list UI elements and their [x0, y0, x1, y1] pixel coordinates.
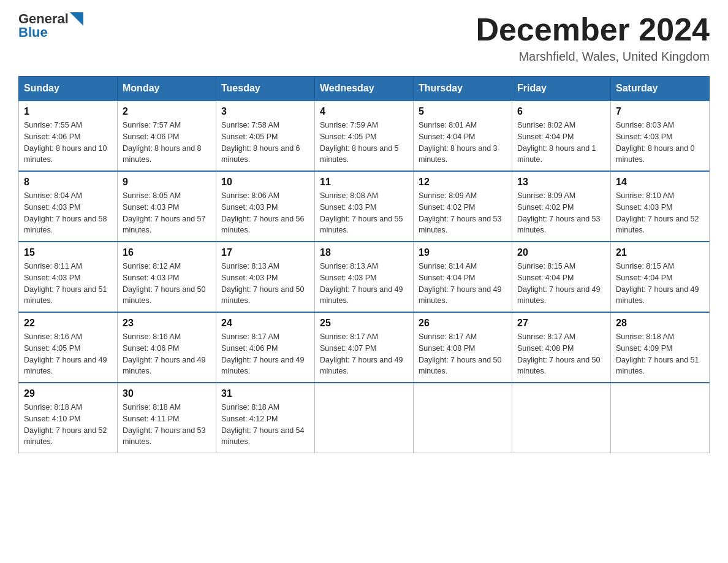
calendar-day-cell: 13Sunrise: 8:09 AMSunset: 4:02 PMDayligh… — [512, 171, 611, 242]
day-number: 27 — [517, 318, 605, 329]
day-number: 24 — [221, 318, 309, 329]
day-info: Sunrise: 8:18 AMSunset: 4:12 PMDaylight:… — [221, 402, 309, 448]
day-of-week-header: Monday — [118, 77, 216, 101]
day-number: 30 — [123, 388, 211, 399]
calendar-day-cell: 29Sunrise: 8:18 AMSunset: 4:10 PMDayligh… — [19, 383, 118, 453]
day-number: 29 — [24, 388, 112, 399]
day-info: Sunrise: 8:10 AMSunset: 4:03 PMDaylight:… — [616, 190, 704, 236]
day-info: Sunrise: 8:16 AMSunset: 4:06 PMDaylight:… — [123, 331, 211, 377]
calendar-day-cell: 5Sunrise: 8:01 AMSunset: 4:04 PMDaylight… — [414, 101, 512, 171]
day-number: 28 — [616, 318, 704, 329]
day-number: 18 — [320, 247, 408, 258]
day-number: 26 — [419, 318, 507, 329]
day-number: 1 — [24, 106, 112, 117]
calendar-day-cell: 11Sunrise: 8:08 AMSunset: 4:03 PMDayligh… — [315, 171, 414, 242]
calendar-day-cell: 21Sunrise: 8:15 AMSunset: 4:04 PMDayligh… — [611, 242, 710, 312]
day-info: Sunrise: 8:11 AMSunset: 4:03 PMDaylight:… — [24, 261, 112, 307]
calendar-day-cell: 24Sunrise: 8:17 AMSunset: 4:06 PMDayligh… — [216, 312, 315, 383]
day-info: Sunrise: 8:05 AMSunset: 4:03 PMDaylight:… — [123, 190, 211, 236]
day-info: Sunrise: 8:04 AMSunset: 4:03 PMDaylight:… — [24, 190, 112, 236]
calendar-day-cell: 16Sunrise: 8:12 AMSunset: 4:03 PMDayligh… — [118, 242, 216, 312]
title-section: December 2024 Marshfield, Wales, United … — [476, 12, 710, 64]
day-number: 3 — [221, 106, 309, 117]
day-number: 9 — [123, 177, 211, 188]
calendar-week-row: 1Sunrise: 7:55 AMSunset: 4:06 PMDaylight… — [19, 101, 710, 171]
day-number: 25 — [320, 318, 408, 329]
day-info: Sunrise: 8:01 AMSunset: 4:04 PMDaylight:… — [419, 120, 507, 166]
calendar-day-cell: 14Sunrise: 8:10 AMSunset: 4:03 PMDayligh… — [611, 171, 710, 242]
calendar-day-cell: 2Sunrise: 7:57 AMSunset: 4:06 PMDaylight… — [118, 101, 216, 171]
calendar-week-row: 29Sunrise: 8:18 AMSunset: 4:10 PMDayligh… — [19, 383, 710, 453]
day-info: Sunrise: 8:08 AMSunset: 4:03 PMDaylight:… — [320, 190, 408, 236]
day-number: 8 — [24, 177, 112, 188]
day-number: 31 — [221, 388, 309, 399]
svg-marker-0 — [70, 12, 83, 26]
month-title: December 2024 — [476, 12, 710, 47]
day-number: 23 — [123, 318, 211, 329]
day-info: Sunrise: 8:12 AMSunset: 4:03 PMDaylight:… — [123, 261, 211, 307]
day-number: 10 — [221, 177, 309, 188]
page-header: General Blue December 2024 Marshfield, W… — [18, 12, 710, 64]
day-info: Sunrise: 7:57 AMSunset: 4:06 PMDaylight:… — [123, 120, 211, 166]
day-info: Sunrise: 8:02 AMSunset: 4:04 PMDaylight:… — [517, 120, 605, 166]
day-of-week-header: Wednesday — [315, 77, 414, 101]
day-info: Sunrise: 8:17 AMSunset: 4:07 PMDaylight:… — [320, 331, 408, 377]
calendar-week-row: 15Sunrise: 8:11 AMSunset: 4:03 PMDayligh… — [19, 242, 710, 312]
location: Marshfield, Wales, United Kingdom — [476, 50, 710, 64]
day-number: 11 — [320, 177, 408, 188]
day-number: 21 — [616, 247, 704, 258]
calendar-day-cell: 15Sunrise: 8:11 AMSunset: 4:03 PMDayligh… — [19, 242, 118, 312]
day-info: Sunrise: 8:06 AMSunset: 4:03 PMDaylight:… — [221, 190, 309, 236]
day-info: Sunrise: 7:59 AMSunset: 4:05 PMDaylight:… — [320, 120, 408, 166]
day-of-week-header: Thursday — [414, 77, 512, 101]
day-info: Sunrise: 8:18 AMSunset: 4:09 PMDaylight:… — [616, 331, 704, 377]
day-info: Sunrise: 7:58 AMSunset: 4:05 PMDaylight:… — [221, 120, 309, 166]
day-info: Sunrise: 7:55 AMSunset: 4:06 PMDaylight:… — [24, 120, 112, 166]
logo-text-general: General — [18, 12, 69, 26]
calendar-week-row: 22Sunrise: 8:16 AMSunset: 4:05 PMDayligh… — [19, 312, 710, 383]
day-info: Sunrise: 8:03 AMSunset: 4:03 PMDaylight:… — [616, 120, 704, 166]
day-info: Sunrise: 8:09 AMSunset: 4:02 PMDaylight:… — [419, 190, 507, 236]
day-info: Sunrise: 8:15 AMSunset: 4:04 PMDaylight:… — [616, 261, 704, 307]
day-of-week-header: Friday — [512, 77, 611, 101]
calendar-day-cell: 28Sunrise: 8:18 AMSunset: 4:09 PMDayligh… — [611, 312, 710, 383]
calendar-day-cell: 8Sunrise: 8:04 AMSunset: 4:03 PMDaylight… — [19, 171, 118, 242]
day-number: 12 — [419, 177, 507, 188]
calendar-day-cell: 4Sunrise: 7:59 AMSunset: 4:05 PMDaylight… — [315, 101, 414, 171]
calendar-day-cell: 18Sunrise: 8:13 AMSunset: 4:03 PMDayligh… — [315, 242, 414, 312]
calendar-week-row: 8Sunrise: 8:04 AMSunset: 4:03 PMDaylight… — [19, 171, 710, 242]
calendar-day-cell: 31Sunrise: 8:18 AMSunset: 4:12 PMDayligh… — [216, 383, 315, 453]
day-info: Sunrise: 8:09 AMSunset: 4:02 PMDaylight:… — [517, 190, 605, 236]
calendar-header-row: SundayMondayTuesdayWednesdayThursdayFrid… — [19, 77, 710, 101]
calendar-day-cell: 22Sunrise: 8:16 AMSunset: 4:05 PMDayligh… — [19, 312, 118, 383]
calendar-table: SundayMondayTuesdayWednesdayThursdayFrid… — [18, 76, 710, 453]
day-info: Sunrise: 8:17 AMSunset: 4:08 PMDaylight:… — [419, 331, 507, 377]
calendar-day-cell: 17Sunrise: 8:13 AMSunset: 4:03 PMDayligh… — [216, 242, 315, 312]
day-number: 14 — [616, 177, 704, 188]
day-info: Sunrise: 8:17 AMSunset: 4:08 PMDaylight:… — [517, 331, 605, 377]
day-number: 13 — [517, 177, 605, 188]
day-number: 7 — [616, 106, 704, 117]
day-info: Sunrise: 8:18 AMSunset: 4:11 PMDaylight:… — [123, 402, 211, 448]
logo-triangle-icon — [70, 12, 83, 26]
day-of-week-header: Sunday — [19, 77, 118, 101]
calendar-day-cell: 1Sunrise: 7:55 AMSunset: 4:06 PMDaylight… — [19, 101, 118, 171]
day-number: 15 — [24, 247, 112, 258]
calendar-day-cell: 7Sunrise: 8:03 AMSunset: 4:03 PMDaylight… — [611, 101, 710, 171]
day-number: 20 — [517, 247, 605, 258]
calendar-day-cell: 23Sunrise: 8:16 AMSunset: 4:06 PMDayligh… — [118, 312, 216, 383]
day-number: 4 — [320, 106, 408, 117]
day-info: Sunrise: 8:16 AMSunset: 4:05 PMDaylight:… — [24, 331, 112, 377]
calendar-day-cell: 10Sunrise: 8:06 AMSunset: 4:03 PMDayligh… — [216, 171, 315, 242]
day-info: Sunrise: 8:17 AMSunset: 4:06 PMDaylight:… — [221, 331, 309, 377]
calendar-day-cell: 12Sunrise: 8:09 AMSunset: 4:02 PMDayligh… — [414, 171, 512, 242]
logo-text-blue: Blue — [18, 25, 48, 40]
calendar-day-cell: 30Sunrise: 8:18 AMSunset: 4:11 PMDayligh… — [118, 383, 216, 453]
calendar-day-cell: 27Sunrise: 8:17 AMSunset: 4:08 PMDayligh… — [512, 312, 611, 383]
day-number: 5 — [419, 106, 507, 117]
day-number: 22 — [24, 318, 112, 329]
calendar-day-cell: 6Sunrise: 8:02 AMSunset: 4:04 PMDaylight… — [512, 101, 611, 171]
calendar-day-cell — [611, 383, 710, 453]
day-info: Sunrise: 8:14 AMSunset: 4:04 PMDaylight:… — [419, 261, 507, 307]
day-info: Sunrise: 8:15 AMSunset: 4:04 PMDaylight:… — [517, 261, 605, 307]
